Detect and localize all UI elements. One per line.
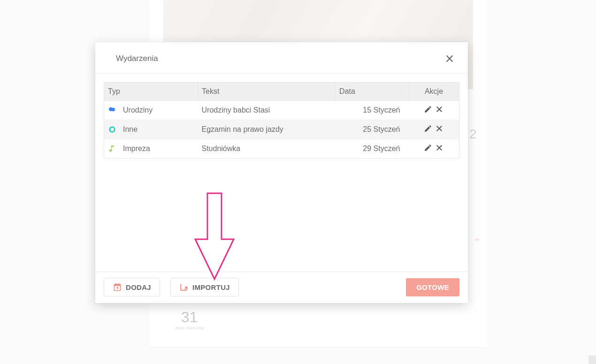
ring-icon [108,125,116,134]
svg-point-6 [110,127,115,132]
type-label: Inne [123,125,138,134]
event-text: Studniówka [198,139,336,159]
balloons-icon [108,106,116,114]
close-icon[interactable] [444,53,455,64]
events-table: Typ Tekst Data Akcje [104,82,459,159]
type-label: Urodziny [123,106,153,114]
table-row: Impreza Studniówka 29 Styczeń [104,139,459,159]
import-button-label: IMPORTUJ [192,283,230,291]
delete-icon[interactable] [435,124,443,133]
type-label: Impreza [123,144,150,153]
event-text: Urodziny babci Stasi [198,101,336,120]
modal-footer: DODAJ IMPORTUJ GOTOWE [95,272,468,303]
table-row: Inne Egzamin na prawo jazdy 25 Styczeń [104,120,459,139]
add-button-label: DODAJ [126,283,151,291]
import-button[interactable]: IMPORTUJ [170,278,239,296]
col-header-actions: Akcje [409,83,459,101]
done-button-label: GOTOWE [416,283,449,291]
edit-icon[interactable] [424,105,432,114]
edit-icon[interactable] [424,124,432,133]
add-button[interactable]: DODAJ [104,278,160,296]
modal-body: Typ Tekst Data Akcje [95,74,468,272]
done-button[interactable]: GOTOWE [406,278,459,296]
edit-icon[interactable] [424,144,432,152]
music-icon [108,144,116,153]
col-header-date: Data [336,83,409,101]
calendar-plus-icon [113,282,122,292]
table-row: Urodziny Urodziny babci Stasi 15 Styczeń [104,101,459,120]
event-text: Egzamin na prawo jazdy [198,120,336,139]
col-header-text: Tekst [198,83,336,101]
event-date: 25 Styczeń [336,120,409,139]
scrollbar[interactable] [588,356,596,364]
delete-icon[interactable] [435,105,443,114]
modal-header: Wydarzenia [95,42,468,74]
import-icon [179,282,189,292]
events-modal: Wydarzenia Typ Tekst Data Akcje [95,42,468,303]
delete-icon[interactable] [435,144,443,152]
svg-point-3 [112,108,115,112]
modal-title: Wydarzenia [116,54,158,63]
event-date: 29 Styczeń [336,139,409,159]
col-header-type: Typ [104,83,198,101]
event-date: 15 Styczeń [336,101,409,120]
